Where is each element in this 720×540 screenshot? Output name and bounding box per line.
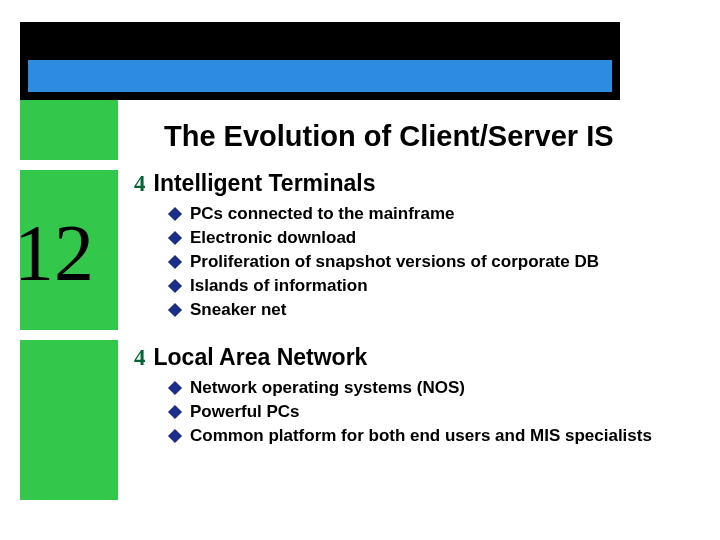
diamond-bullet-icon: [168, 207, 182, 221]
topic-number: 4: [134, 171, 146, 197]
topic-items: Network operating systems (NOS) Powerful…: [134, 377, 694, 448]
stripe-gap: [20, 330, 118, 340]
diamond-bullet-icon: [168, 405, 182, 419]
stripe-gap: [20, 160, 118, 170]
item-text: Proliferation of snapshot versions of co…: [190, 251, 694, 274]
diamond-bullet-icon: [168, 231, 182, 245]
item-text: Islands of information: [190, 275, 694, 298]
topic-number: 4: [134, 345, 146, 371]
list-item: Common platform for both end users and M…: [170, 425, 694, 448]
diamond-bullet-icon: [168, 255, 182, 269]
item-text: Powerful PCs: [190, 401, 694, 424]
list-item: Electronic download: [170, 227, 694, 250]
item-text: Sneaker net: [190, 299, 694, 322]
topic-block: 4 Local Area Network Network operating s…: [134, 344, 694, 448]
diamond-bullet-icon: [168, 381, 182, 395]
chapter-number: 12: [14, 208, 94, 299]
topic-heading: Local Area Network: [154, 344, 368, 371]
item-text: Common platform for both end users and M…: [190, 425, 694, 448]
topic-heading: Intelligent Terminals: [154, 170, 376, 197]
slide: 12 The Evolution of Client/Server IS 4 I…: [0, 0, 720, 540]
item-text: Network operating systems (NOS): [190, 377, 694, 400]
diamond-bullet-icon: [168, 428, 182, 442]
topic-block: 4 Intelligent Terminals PCs connected to…: [134, 170, 694, 322]
left-green-stripe: [20, 100, 118, 500]
list-item: Sneaker net: [170, 299, 694, 322]
header-blue-bar: [28, 60, 612, 92]
topic-heading-row: 4 Local Area Network: [134, 344, 694, 371]
diamond-bullet-icon: [168, 279, 182, 293]
diamond-bullet-icon: [168, 303, 182, 317]
list-item: Powerful PCs: [170, 401, 694, 424]
slide-content: 4 Intelligent Terminals PCs connected to…: [134, 170, 694, 470]
topic-items: PCs connected to the mainframe Electroni…: [134, 203, 694, 322]
list-item: Islands of information: [170, 275, 694, 298]
item-text: Electronic download: [190, 227, 694, 250]
list-item: Network operating systems (NOS): [170, 377, 694, 400]
list-item: Proliferation of snapshot versions of co…: [170, 251, 694, 274]
item-text: PCs connected to the mainframe: [190, 203, 694, 226]
slide-title: The Evolution of Client/Server IS: [164, 120, 614, 153]
list-item: PCs connected to the mainframe: [170, 203, 694, 226]
topic-heading-row: 4 Intelligent Terminals: [134, 170, 694, 197]
